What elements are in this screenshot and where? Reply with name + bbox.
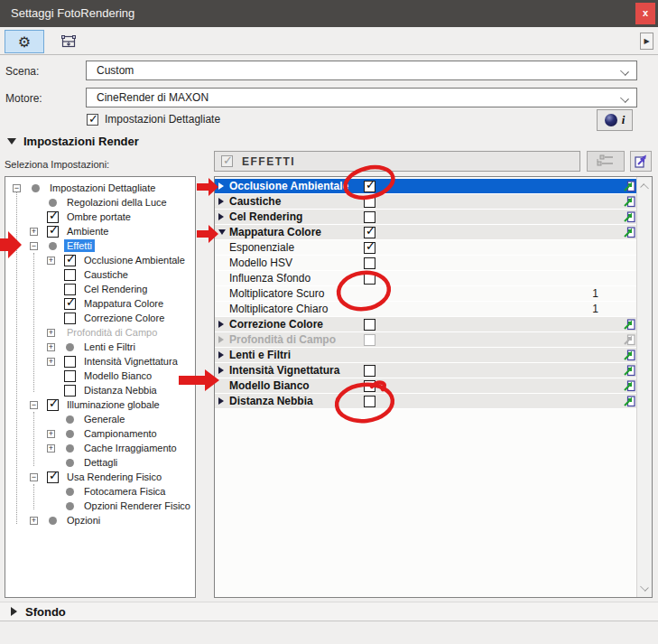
triangle-collapsed-icon[interactable] [218,321,224,328]
import-preset-icon[interactable] [624,181,635,192]
expand-plus-icon[interactable]: + [47,343,55,351]
tree-checkbox[interactable] [47,471,59,483]
import-preset-icon[interactable] [624,211,635,223]
import-preset-icon[interactable] [624,380,635,392]
tree-checkbox[interactable] [64,356,76,368]
tree-item-fotocamera-fisica[interactable]: Fotocamera Fisica [5,484,195,499]
import-preset-icon[interactable] [624,227,635,238]
tree-checkbox[interactable] [64,370,76,382]
tree-item-modello-bianco[interactable]: Modello Bianco [5,369,195,383]
effect-row-esponenziale[interactable]: Esponenziale [215,240,636,256]
tree-item-ombre-portate[interactable]: Ombre portate [5,210,195,224]
effects-scrollbar[interactable] [636,177,652,597]
tree-item-cache-irraggiamento[interactable]: +Cache Irraggiamento [5,441,195,455]
tree-view-button[interactable] [587,151,625,172]
expand-plus-icon[interactable]: + [30,517,38,525]
tree-item-campionamento[interactable]: +Campionamento [5,426,195,441]
collapse-minus-icon[interactable]: − [30,401,38,409]
tree-item-distanza-nebbia[interactable]: Distanza Nebbia [5,383,195,397]
import-preset-icon[interactable] [624,350,635,361]
effect-checkbox[interactable] [364,396,375,407]
effect-row-occlusione-ambientale[interactable]: Occlusione Ambientale [215,179,636,194]
effect-value[interactable]: 1 [215,303,598,315]
effect-row-influenza-sfondo[interactable]: Influenza Sfondo [215,271,636,286]
open-settings-dialog-button[interactable] [630,151,652,172]
collapse-minus-icon[interactable]: − [30,473,38,481]
scroll-up-icon[interactable] [640,182,649,191]
effect-checkbox[interactable] [364,242,375,254]
import-preset-icon[interactable] [624,334,635,346]
import-preset-icon[interactable] [624,396,635,407]
triangle-collapsed-icon[interactable] [218,182,224,190]
triangle-collapsed-icon[interactable] [218,198,224,205]
tree-checkbox[interactable] [64,385,76,397]
expand-plus-icon[interactable]: + [47,444,55,453]
tree-checkbox[interactable] [64,255,76,266]
triangle-collapsed-icon[interactable] [218,397,224,405]
effect-row-lenti-e-filtri[interactable]: Lenti e Filtri [215,348,636,363]
tree-item-effetti[interactable]: −Effetti [5,238,195,253]
effect-checkbox[interactable] [364,257,375,269]
effect-row-caustiche[interactable]: Caustiche [215,194,636,210]
effect-row-modello-hsv[interactable]: Modello HSV [215,256,636,271]
effect-row-mappatura-colore[interactable]: Mappatura Colore [215,225,636,240]
tree-checkbox[interactable] [47,399,59,411]
tree-item-mappatura-colore[interactable]: Mappatura Colore [5,296,195,311]
effect-row-moltiplicatore-chiaro[interactable]: Moltiplicatore Chiaro1 [215,302,636,317]
import-preset-icon[interactable] [624,196,635,208]
tree-item-caustiche[interactable]: Caustiche [5,267,195,282]
collapse-minus-icon[interactable]: − [30,242,38,250]
import-preset-icon[interactable] [624,365,635,377]
tree-checkbox[interactable] [47,226,59,238]
render-settings-section-header[interactable]: Impostazioni Render [7,135,139,148]
expand-plus-icon[interactable]: + [47,257,55,265]
expand-plus-icon[interactable]: + [47,430,55,438]
triangle-collapsed-icon[interactable] [218,351,224,359]
effect-value[interactable]: 1 [215,287,598,300]
effect-checkbox[interactable] [364,365,375,377]
effect-checkbox[interactable] [364,334,375,346]
effect-row-moltiplicatore-scuro[interactable]: Moltiplicatore Scuro1 [215,286,636,302]
effect-row-correzione-colore[interactable]: Correzione Colore [215,317,636,332]
tree-item-ambiente[interactable]: +Ambiente [5,224,195,238]
tree-item-intensita-vignettatura[interactable]: +Intensità Vignettatura [5,354,195,369]
effect-checkbox[interactable] [364,319,375,331]
import-preset-icon[interactable] [624,319,635,331]
close-icon[interactable]: x [635,3,655,24]
tree-item-dettagli[interactable]: Dettagli [5,455,195,470]
effect-row-cel-rendering[interactable]: Cel Rendering [215,210,636,225]
sfondo-section-header[interactable]: Sfondo [0,602,658,621]
tree-item-generale[interactable]: Generale [5,412,195,426]
expand-plus-icon[interactable]: + [47,329,55,337]
collapse-minus-icon[interactable]: − [13,184,21,192]
tree-item-regolazioni-della-luce[interactable]: Regolazioni della Luce [5,195,195,210]
expand-plus-icon[interactable]: + [47,358,55,366]
effect-row-modello-bianco[interactable]: Modello Bianco [215,378,636,394]
tree-item-opzioni[interactable]: +Opzioni [5,513,195,527]
toolbar-overflow-button[interactable]: ▶ [640,33,653,50]
effect-checkbox[interactable] [364,273,375,285]
tree-checkbox[interactable] [64,284,76,295]
tree-item-lenti-e-filtri[interactable]: +Lenti e Filtri [5,340,195,354]
effect-checkbox[interactable] [364,196,375,208]
tree-item-cel-rendering[interactable]: Cel Rendering [5,282,195,296]
effect-checkbox[interactable] [364,181,375,192]
expand-plus-icon[interactable]: + [30,228,38,236]
detailed-settings-checkbox[interactable] [87,114,98,126]
engine-info-button[interactable]: i [597,109,633,131]
triangle-collapsed-icon[interactable] [218,367,224,374]
scroll-down-icon[interactable] [640,583,649,593]
tree-checkbox[interactable] [64,313,76,324]
triangle-expanded-icon[interactable] [218,229,226,235]
effect-checkbox[interactable] [364,227,375,238]
motore-select[interactable]: CineRender di MAXON [86,88,637,107]
tree-item-occlusione-ambientale[interactable]: +Occlusione Ambientale [5,253,195,267]
effect-checkbox[interactable] [364,380,375,392]
tree-item-usa-rendering-fisico[interactable]: −Usa Rendering Fisico [5,470,195,484]
effect-checkbox[interactable] [364,211,375,223]
effect-row-profondita-di-campo[interactable]: Profondità di Campo [215,332,636,348]
tree-checkbox[interactable] [64,298,76,310]
tab-render-settings[interactable]: ⚙ [5,30,44,53]
tab-render-size[interactable] [52,30,85,53]
tree-item-impostazioni-dettagliate[interactable]: −Impostazioni Dettagliate [5,181,195,195]
